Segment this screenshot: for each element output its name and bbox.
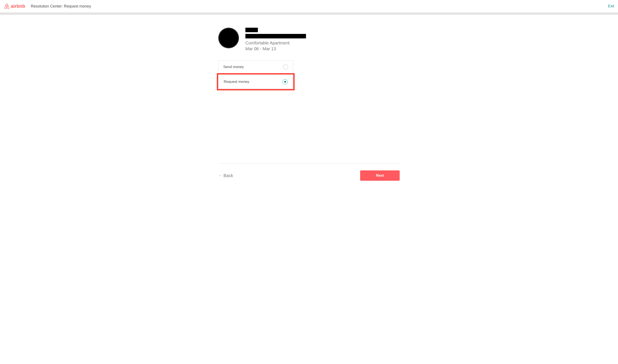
back-button[interactable]: ← Back (218, 173, 233, 178)
listing-name: Comfortable Apartment (245, 40, 306, 46)
avatar (218, 28, 239, 48)
airbnb-logo-text: airbnb (11, 3, 25, 9)
footer: ← Back Next (218, 163, 400, 185)
reservation-text: Comfortable Apartment Mar 06 - Mar 13 (245, 28, 306, 51)
back-label: Back (223, 173, 233, 178)
option-send-money[interactable]: Send money (219, 61, 293, 73)
header-left: airbnb Resolution Center: Request money (4, 3, 91, 9)
exit-link[interactable]: Exit (608, 4, 614, 8)
page-title: Resolution Center: Request money (31, 4, 91, 9)
radio-request-money[interactable] (283, 79, 288, 84)
reservation-info: Comfortable Apartment Mar 06 - Mar 13 (218, 28, 400, 51)
airbnb-logo-icon (4, 3, 10, 9)
option-request-money[interactable]: Request money (219, 75, 293, 88)
redacted-address (245, 34, 306, 39)
airbnb-logo[interactable]: airbnb (4, 3, 25, 9)
header: airbnb Resolution Center: Request money … (0, 0, 618, 13)
options-list: Send money Request money (218, 60, 293, 90)
option-send-money-label: Send money (223, 65, 244, 69)
redacted-name (245, 28, 258, 32)
back-arrow-icon: ← (218, 173, 222, 178)
radio-send-money[interactable] (283, 64, 288, 70)
reservation-dates: Mar 06 - Mar 13 (245, 46, 306, 51)
highlight-annotation: Request money (217, 73, 295, 90)
option-request-money-label: Request money (224, 80, 249, 84)
options-wrapper: Send money Request money (218, 60, 293, 90)
content: Comfortable Apartment Mar 06 - Mar 13 Se… (218, 15, 400, 90)
divider-bar (0, 13, 618, 15)
next-button[interactable]: Next (360, 170, 400, 181)
